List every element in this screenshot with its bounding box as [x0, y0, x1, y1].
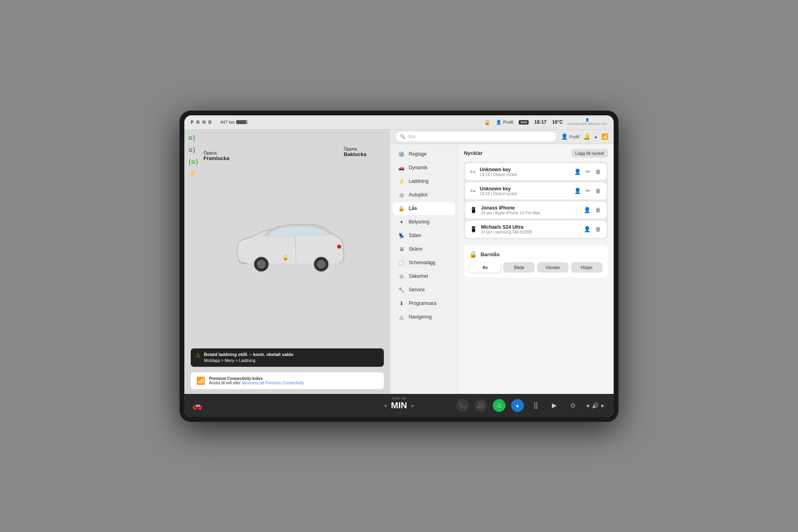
- nav-label-sakerhet: Säkerhet: [409, 273, 428, 279]
- spotify-icon[interactable]: ♫: [493, 399, 506, 412]
- svg-point-3: [317, 260, 325, 268]
- service-icon: 🔧: [398, 287, 405, 293]
- range-value: 447 km: [220, 120, 235, 125]
- gear-left-arrow[interactable]: ◄: [382, 402, 388, 409]
- key-info-4: Michaels S24 Ultra 24 jan | samsung SM-S…: [481, 224, 579, 234]
- fog-icon: ≡⟩: [188, 146, 198, 154]
- warning-text: Betald laddning otilll. – kontr. obetalt…: [204, 352, 293, 363]
- key-sub-2: 18:16 | Okänd nyckel: [480, 192, 569, 196]
- key-name-2: Unknown key: [480, 186, 569, 192]
- phone-icon[interactable]: 📞: [456, 399, 469, 412]
- nav-item-dynamik[interactable]: 🚗 Dynamik: [393, 161, 455, 174]
- kyler-ner-label: Kyler ner: [392, 396, 406, 400]
- add-key-button[interactable]: Lägg till nyckel: [571, 149, 608, 158]
- key-person-btn-1[interactable]: 👤: [573, 168, 582, 176]
- warning-icon: ⚠: [196, 352, 201, 358]
- navigering-icon: ◬: [398, 314, 405, 320]
- apps-icon[interactable]: ⣿: [529, 399, 542, 412]
- camera-icon[interactable]: 🎥: [474, 399, 487, 412]
- child-lock-av-btn[interactable]: Av: [469, 262, 501, 273]
- volume-left-arrow[interactable]: ◄: [585, 402, 590, 409]
- volume-right-arrow[interactable]: ►: [600, 402, 606, 409]
- nav-item-service[interactable]: 🔧 Service: [393, 283, 455, 297]
- key-actions-2: 👤 ✏ 🗑: [573, 187, 602, 195]
- nav-item-autopilot[interactable]: ◎ Autopilot: [393, 188, 455, 202]
- taskbar: 🚗 Kyler ner ◄ MIN ► ◇◇ 📞 🎥 ♫ ⬥ ⣿ ▶ ⊙: [184, 394, 614, 417]
- child-lock-vanster-btn[interactable]: Vänster: [537, 262, 569, 273]
- nav-item-saten[interactable]: 💺 Säten: [393, 229, 455, 242]
- play-icon[interactable]: ▶: [548, 399, 561, 412]
- bluetooth-top-icon[interactable]: ⬥: [594, 133, 597, 140]
- key-name-1: Unknown key: [480, 167, 569, 172]
- nav-label-schemalag: Schemalägg: [409, 260, 435, 265]
- key-person-btn-4[interactable]: 👤: [583, 225, 591, 233]
- nav-item-schemalag[interactable]: 🕐 Schemalägg: [393, 256, 455, 269]
- nav-item-reglage[interactable]: ⚙️ Reglage: [393, 148, 455, 161]
- gear-sub-label: ◇◇: [396, 411, 402, 415]
- search-box[interactable]: 🔍 Sök: [396, 132, 556, 141]
- key-person-btn-2[interactable]: 👤: [573, 187, 582, 195]
- nav-item-navigering[interactable]: ◬ Navigering: [393, 310, 455, 324]
- connectivity-text: Premium Connectivity krävs Anslut till w…: [209, 376, 304, 385]
- nav-item-sakerhet[interactable]: ⊙ Säkerhet: [393, 270, 455, 283]
- child-lock-bada-btn[interactable]: Båda: [503, 262, 535, 273]
- nav-item-skarm[interactable]: 🖥 Skärm: [393, 243, 455, 256]
- nav-item-belysning[interactable]: ✦ Belysning: [393, 216, 455, 229]
- key-delete-btn-4[interactable]: 🗑: [595, 225, 602, 233]
- child-lock-hoger-btn[interactable]: Höger: [571, 262, 602, 273]
- key-info-3: Jonass iPhone 24 jan | Apple iPhone 15 P…: [481, 205, 579, 215]
- headlight-icon: ≡⟩: [188, 134, 198, 142]
- profile-top-icon[interactable]: 👤 Profil: [561, 133, 579, 140]
- car-svg: 🔓: [223, 208, 351, 279]
- gear-right-arrow[interactable]: ►: [410, 402, 416, 409]
- key-delete-btn-1[interactable]: 🗑: [595, 168, 602, 176]
- temp-display: 16°C: [552, 119, 563, 125]
- dynamik-icon: 🚗: [398, 165, 405, 171]
- lock-icon: 🔒: [484, 119, 490, 125]
- taskbar-car-icon[interactable]: 🚗: [192, 401, 202, 410]
- nav-item-las[interactable]: 🔒 Lås: [393, 202, 455, 215]
- steering-icon[interactable]: ⊙: [566, 399, 579, 412]
- connectivity-box: 📶 Premium Connectivity krävs Anslut till…: [191, 372, 384, 389]
- key-sub-1: 18:16 | Okänd nyckel: [480, 172, 569, 177]
- key-type-icon-3: 📱: [470, 207, 477, 213]
- key-info-2: Unknown key 18:16 | Okänd nyckel: [480, 186, 569, 196]
- prnd-display: P R N D: [191, 120, 212, 125]
- child-lock-header: 🔒 Barnlås: [469, 251, 602, 258]
- bluetooth-icon[interactable]: ⬥: [511, 399, 524, 412]
- sos-badge: SOS: [519, 120, 529, 125]
- reglage-icon: ⚙️: [398, 151, 405, 157]
- key-delete-btn-2[interactable]: 🗑: [595, 187, 602, 195]
- right-panel: 🔍 Sök 👤 Profil 🔔 ⬥ 📶 ⚙️: [390, 130, 614, 394]
- saten-icon: 💺: [398, 233, 405, 239]
- nav-item-programvara[interactable]: ⬇ Programvara: [393, 297, 455, 310]
- key-actions-3: 👤 🗑: [583, 206, 602, 214]
- nav-item-laddning[interactable]: ⚡ Laddning: [393, 175, 455, 188]
- left-icons: ≡⟩ ≡⟩ ⟨≡⟩ ⚡: [188, 134, 198, 177]
- skarm-icon: 🖥: [398, 246, 405, 252]
- nav-menu: ⚙️ Reglage 🚗 Dynamik ⚡ Laddning ◎: [390, 144, 458, 394]
- svg-point-1: [257, 260, 265, 268]
- key-type-icon-1: 🗝: [470, 168, 476, 175]
- key-edit-btn-1[interactable]: ✏: [585, 168, 591, 176]
- warning-banner: ⚠ Betald laddning otilll. – kontr. obeta…: [191, 348, 384, 366]
- key-type-icon-4: 📱: [470, 226, 477, 232]
- framlucka-label: Öppna Framlucka: [203, 150, 229, 161]
- bell-icon[interactable]: 🔔: [583, 133, 590, 140]
- charge-icon: ⚡: [188, 170, 198, 177]
- key-delete-btn-3[interactable]: 🗑: [595, 206, 602, 214]
- key-type-icon-2: 🗝: [470, 188, 476, 194]
- laddning-icon: ⚡: [398, 178, 405, 184]
- key-person-btn-3[interactable]: 👤: [583, 206, 591, 214]
- keys-section-title: Nycklar: [464, 150, 482, 156]
- volume-icon: 🔊: [592, 402, 598, 409]
- child-lock-buttons: Av Båda Vänster Höger: [469, 262, 602, 273]
- passenger-airbag: 👤 PASSENGER AIRBAG OFF: [568, 118, 607, 126]
- screen-outer: P R N D 447 km 🔒 👤 Profil SOS 18:17 16°C…: [180, 111, 618, 422]
- key-edit-btn-2[interactable]: ✏: [585, 187, 591, 195]
- profile-badge[interactable]: 👤 Profil: [496, 120, 513, 125]
- search-placeholder: Sök: [408, 134, 415, 139]
- child-lock-section: 🔒 Barnlås Av Båda Vänster Höger: [464, 246, 608, 277]
- search-icon: 🔍: [400, 134, 405, 139]
- key-sub-3: 24 jan | Apple iPhone 15 Pro Max: [481, 211, 579, 215]
